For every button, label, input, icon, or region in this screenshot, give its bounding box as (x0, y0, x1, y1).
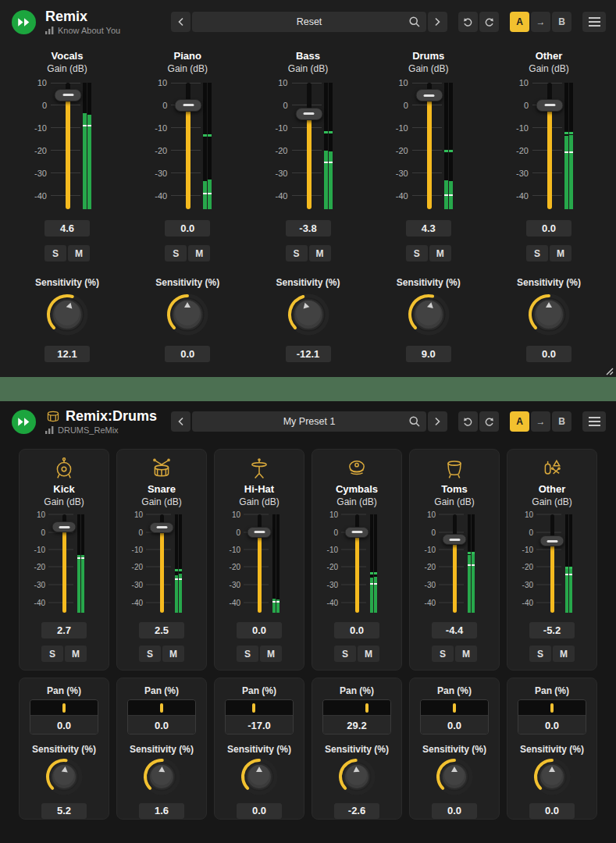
pan-value[interactable]: 0.0 (30, 716, 98, 735)
sensitivity-knob[interactable] (406, 292, 451, 337)
fader-handle[interactable] (540, 535, 564, 546)
gain-fader[interactable]: 10 0 -10 -20 -30 -40 (271, 83, 346, 209)
gain-fader[interactable]: 10 0 -10 -20 -30 -40 (225, 514, 294, 613)
gain-value[interactable]: 0.0 (526, 220, 571, 237)
pan-value[interactable]: 0.0 (128, 716, 195, 735)
preset-back-button[interactable] (171, 12, 190, 32)
gain-fader[interactable]: 10 0 -10 -20 -30 -40 (391, 83, 466, 209)
sensitivity-value[interactable]: 0.0 (529, 803, 575, 819)
sensitivity-value[interactable]: 0.0 (526, 346, 571, 362)
gain-value[interactable]: 4.6 (45, 220, 90, 237)
fader-handle[interactable] (536, 99, 564, 112)
pan-slider[interactable] (518, 700, 586, 716)
undo-button[interactable] (458, 12, 478, 32)
pan-slider[interactable] (128, 700, 195, 716)
gain-value[interactable]: 2.7 (41, 622, 87, 638)
sensitivity-value[interactable]: 1.6 (139, 803, 184, 819)
mute-button[interactable]: M (358, 646, 379, 662)
gain-fader[interactable]: 10 0 -10 -20 -30 -40 (420, 514, 489, 613)
undo-button[interactable] (458, 411, 478, 432)
gain-fader[interactable]: 10 0 -10 -20 -30 -40 (518, 514, 586, 613)
pan-slider[interactable] (421, 700, 488, 716)
fader-handle[interactable] (55, 89, 82, 101)
solo-button[interactable]: S (406, 245, 428, 261)
sensitivity-value[interactable]: 0.0 (432, 803, 477, 819)
sensitivity-knob[interactable] (532, 756, 572, 797)
b-preset-button[interactable]: B (552, 12, 571, 32)
gain-value[interactable]: 4.3 (406, 220, 451, 237)
pan-marker[interactable] (62, 703, 66, 713)
mute-button[interactable]: M (68, 245, 90, 261)
gain-fader[interactable]: 10 0 -10 -20 -30 -40 (30, 83, 105, 209)
fader-track[interactable] (307, 83, 312, 209)
pan-marker[interactable] (550, 703, 554, 713)
gain-fader[interactable]: 10 0 -10 -20 -30 -40 (322, 514, 391, 613)
fader-handle[interactable] (52, 521, 77, 532)
sensitivity-value[interactable]: -12.1 (286, 346, 331, 362)
resize-handle-icon[interactable] (604, 366, 614, 375)
mute-button[interactable]: M (309, 245, 331, 261)
solo-button[interactable]: S (334, 646, 356, 662)
menu-button[interactable] (582, 12, 606, 32)
preset-back-button[interactable] (171, 411, 190, 432)
solo-button[interactable]: S (139, 646, 161, 662)
fader-track[interactable] (66, 83, 70, 209)
solo-button[interactable]: S (286, 245, 308, 261)
sensitivity-value[interactable]: 5.2 (41, 803, 87, 819)
sensitivity-knob[interactable] (165, 292, 210, 337)
pan-marker[interactable] (252, 703, 255, 713)
ab-copy-arrow-button[interactable]: → (531, 411, 550, 432)
sensitivity-value[interactable]: 12.1 (45, 346, 90, 362)
fader-handle[interactable] (443, 534, 467, 545)
sensitivity-knob[interactable] (44, 756, 84, 797)
preset-forward-button[interactable] (428, 411, 447, 432)
gain-fader[interactable]: 10 0 -10 -20 -30 -40 (511, 83, 586, 209)
pan-marker[interactable] (453, 703, 456, 713)
pan-slider[interactable] (30, 700, 98, 716)
pan-value[interactable]: 0.0 (421, 716, 488, 735)
gain-value[interactable]: 0.0 (165, 220, 210, 237)
ab-copy-arrow-button[interactable]: → (531, 12, 550, 32)
sensitivity-knob[interactable] (239, 756, 280, 797)
a-preset-button[interactable]: A (510, 12, 529, 32)
redo-button[interactable] (479, 411, 499, 432)
sensitivity-knob[interactable] (286, 292, 331, 337)
a-preset-button[interactable]: A (510, 411, 529, 432)
sensitivity-value[interactable]: 9.0 (406, 346, 451, 362)
solo-button[interactable]: S (41, 646, 63, 662)
pan-slider[interactable] (226, 700, 293, 716)
fader-track[interactable] (550, 514, 554, 613)
solo-button[interactable]: S (165, 245, 187, 261)
preset-name-field[interactable]: Reset (192, 12, 426, 32)
pan-marker[interactable] (365, 703, 369, 713)
sensitivity-knob[interactable] (336, 756, 377, 797)
gain-value[interactable]: 0.0 (334, 622, 379, 638)
pan-value[interactable]: 29.2 (323, 716, 390, 735)
gain-value[interactable]: 2.5 (139, 622, 184, 638)
fader-handle[interactable] (175, 99, 202, 112)
pan-value[interactable]: 0.0 (518, 716, 586, 735)
gain-fader[interactable]: 10 0 -10 -20 -30 -40 (30, 514, 98, 613)
sensitivity-value[interactable]: 0.0 (237, 803, 282, 819)
mute-button[interactable]: M (550, 245, 571, 261)
mute-button[interactable]: M (429, 245, 451, 261)
fader-handle[interactable] (295, 108, 322, 120)
search-icon[interactable] (408, 415, 421, 428)
mute-button[interactable]: M (162, 646, 184, 662)
preset-forward-button[interactable] (428, 12, 447, 32)
fader-track[interactable] (453, 514, 457, 613)
gain-fader[interactable]: 10 0 -10 -20 -30 -40 (150, 83, 225, 209)
fader-handle[interactable] (345, 527, 369, 538)
solo-button[interactable]: S (529, 646, 551, 662)
mute-button[interactable]: M (188, 245, 210, 261)
gain-value[interactable]: -4.4 (432, 622, 477, 638)
preset-name-field[interactable]: My Preset 1 (192, 411, 426, 432)
search-icon[interactable] (408, 16, 421, 28)
fader-handle[interactable] (150, 522, 174, 533)
pan-slider[interactable] (323, 700, 390, 716)
pan-value[interactable]: -17.0 (226, 716, 293, 735)
gain-value[interactable]: -3.8 (286, 220, 331, 237)
fader-handle[interactable] (247, 527, 272, 538)
b-preset-button[interactable]: B (552, 411, 571, 432)
solo-button[interactable]: S (45, 245, 66, 261)
